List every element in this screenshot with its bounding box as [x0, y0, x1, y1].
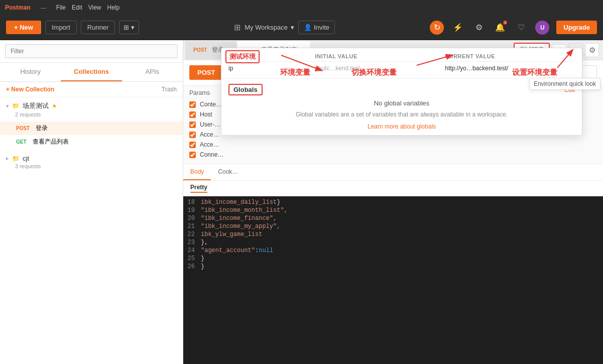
settings-icon[interactable]: ⚙	[472, 21, 486, 35]
menu-file[interactable]: File	[56, 4, 66, 11]
checkbox-user-agent-label: User-…	[200, 121, 220, 128]
checkbox-accept-input[interactable]	[189, 132, 196, 138]
collection-header-2: ▸ 📁 cjt	[6, 155, 177, 162]
sidebar-actions: + New Collection Trash	[0, 82, 183, 97]
checkbox-host-input[interactable]	[189, 111, 196, 118]
collection-name-1: 场景测试	[23, 101, 49, 110]
code-line-22: 22 ibk_ylw_game_list	[183, 230, 603, 238]
import-button[interactable]: Import	[45, 21, 77, 34]
toolbar-icons: ↻ ⚡ ⚙ 🔔 1 ♡ U Upgrade	[430, 21, 597, 35]
lightning-icon[interactable]: ⚡	[451, 21, 465, 35]
checkbox-connection-label: Conne…	[200, 151, 223, 158]
env-quick-look-tooltip: Environment quick look	[529, 78, 600, 90]
notification-icon[interactable]: 🔔 1	[493, 21, 507, 35]
sync-icon[interactable]: ↻	[430, 21, 444, 35]
env-panel-column-headers: VARIABLE INITIAL VALUE CURRENT VALUE	[228, 53, 575, 62]
checkbox-connection: Conne…	[189, 150, 597, 160]
person-icon: 👤	[304, 24, 312, 31]
collection-item-1[interactable]: ▾ 📁 场景测试 ★ 2 requests	[0, 97, 183, 122]
code-line-19: 19 "ibk_income_month_list",	[183, 206, 603, 214]
checkbox-accept-encoding: Acce…	[189, 140, 597, 150]
workspace-selector[interactable]: My Workspace ▾	[245, 24, 294, 31]
method-badge-post: POST	[14, 125, 32, 132]
col-header-current: CURRENT VALUE	[445, 53, 575, 59]
checkbox-content-type-label: Conte…	[200, 101, 222, 108]
globals-title: Globals	[228, 84, 263, 95]
body-tabs-bar: Body Cook…	[183, 164, 603, 181]
body-tab-body[interactable]: Body	[183, 164, 211, 180]
sidebar: History Collections APIs + New Collectio…	[0, 40, 183, 364]
trash-button[interactable]: Trash	[162, 86, 177, 93]
collection-count-1: 2 requests	[15, 111, 177, 117]
code-line-20: 20 "ibk_income_finance",	[183, 214, 603, 222]
env-overlay-panel: VARIABLE INITIAL VALUE CURRENT VALUE ip …	[221, 48, 582, 136]
code-line-21: 21 "ibk_income_my_apply",	[183, 222, 603, 230]
toolbar-center: ⊞ My Workspace ▾ 👤 Invite	[143, 21, 426, 34]
menu-view[interactable]: View	[88, 4, 101, 11]
request-name-products: 查看产品列表	[33, 138, 69, 146]
env-var-current: http://yo…backend.test/	[445, 65, 575, 72]
main-toolbar: + New Import Runner ⊞ ▾ ⊞ My Workspace ▾…	[0, 15, 603, 40]
tab-method-post: POST	[191, 47, 209, 53]
collection-header-1: ▾ 📁 场景测试 ★	[6, 101, 177, 110]
heart-icon[interactable]: ♡	[514, 21, 528, 35]
collection-item-2[interactable]: ▸ 📁 cjt 3 requests	[0, 151, 183, 173]
sidebar-search-container	[0, 40, 183, 63]
code-line-23: 23 },	[183, 238, 603, 247]
new-collection-button[interactable]: + New Collection	[6, 86, 54, 93]
code-line-18: 18 ibk_income_daily_list }	[183, 198, 603, 206]
menu-help[interactable]: Help	[107, 4, 120, 11]
upgrade-button[interactable]: Upgrade	[556, 21, 597, 34]
checkbox-accept-encoding-label: Acce…	[200, 141, 219, 148]
globals-empty-desc: Global variables are a set of variables …	[228, 110, 575, 119]
body-tab-cookies[interactable]: Cook…	[211, 164, 245, 180]
globals-header: Globals Edit	[228, 84, 575, 95]
checkbox-connection-input[interactable]	[189, 152, 196, 158]
globals-section: Globals Edit No global variables Global …	[221, 78, 582, 135]
request-name-login: 登录	[36, 124, 48, 133]
env-var-initial: youtc…kend.test	[315, 65, 445, 72]
col-header-variable: VARIABLE	[228, 53, 315, 59]
code-line-25: 25 }	[183, 255, 603, 263]
user-avatar[interactable]: U	[535, 21, 549, 35]
checkbox-content-type-input[interactable]	[189, 101, 196, 108]
col-header-initial: INITIAL VALUE	[315, 53, 445, 59]
checkbox-accept-label: Acce…	[200, 131, 219, 138]
title-bar: Postman — File Edit View Help	[0, 0, 603, 15]
app-name: Postman	[5, 4, 31, 11]
env-panel-env-section: VARIABLE INITIAL VALUE CURRENT VALUE ip …	[221, 48, 582, 78]
request-item-get-products[interactable]: GET 查看产品列表	[0, 135, 183, 149]
request-item-post-login[interactable]: POST 登录	[0, 122, 183, 135]
notification-badge: 1	[503, 21, 507, 25]
chevron-down-icon: ▾	[6, 103, 9, 109]
checkbox-accept-encoding-input[interactable]	[189, 142, 196, 148]
folder-icon-2: 📁	[12, 155, 20, 162]
checkbox-user-agent-input[interactable]	[189, 122, 196, 128]
code-view[interactable]: 18 ibk_income_daily_list } 19 "ibk_incom…	[183, 196, 603, 364]
invite-button[interactable]: 👤 Invite	[298, 21, 335, 34]
tab-collections[interactable]: Collections	[61, 63, 122, 81]
pretty-view-bar: Pretty	[183, 181, 603, 196]
collection-count-2: 3 requests	[15, 163, 177, 169]
runner-button[interactable]: Runner	[81, 21, 115, 34]
tab-apis[interactable]: APIs	[122, 63, 183, 81]
chevron-right-icon: ▸	[6, 155, 9, 162]
code-line-26: 26 }	[183, 263, 603, 271]
checkbox-host-label: Host	[200, 111, 212, 118]
pretty-label: Pretty	[190, 184, 207, 193]
view-toggle-button[interactable]: ⊞ ▾	[119, 21, 139, 34]
tab-history[interactable]: History	[0, 63, 61, 81]
sidebar-tabs: History Collections APIs	[0, 63, 183, 82]
menu-bar: File Edit View Help	[56, 4, 120, 11]
code-line-24: 24 "agent_account": null	[183, 247, 603, 255]
grid-icon: ⊞	[234, 23, 240, 32]
globals-empty-title: No global variables	[228, 99, 575, 107]
folder-icon: 📁	[12, 102, 20, 109]
new-button[interactable]: + New	[6, 21, 41, 34]
menu-edit[interactable]: Edit	[72, 4, 82, 11]
search-input[interactable]	[5, 44, 178, 58]
settings-panel-icon[interactable]: ⚙	[585, 43, 599, 57]
method-badge-get: GET	[14, 139, 29, 145]
globals-learn-more-link[interactable]: Learn more about globals	[228, 123, 575, 130]
star-icon-1[interactable]: ★	[52, 102, 57, 109]
